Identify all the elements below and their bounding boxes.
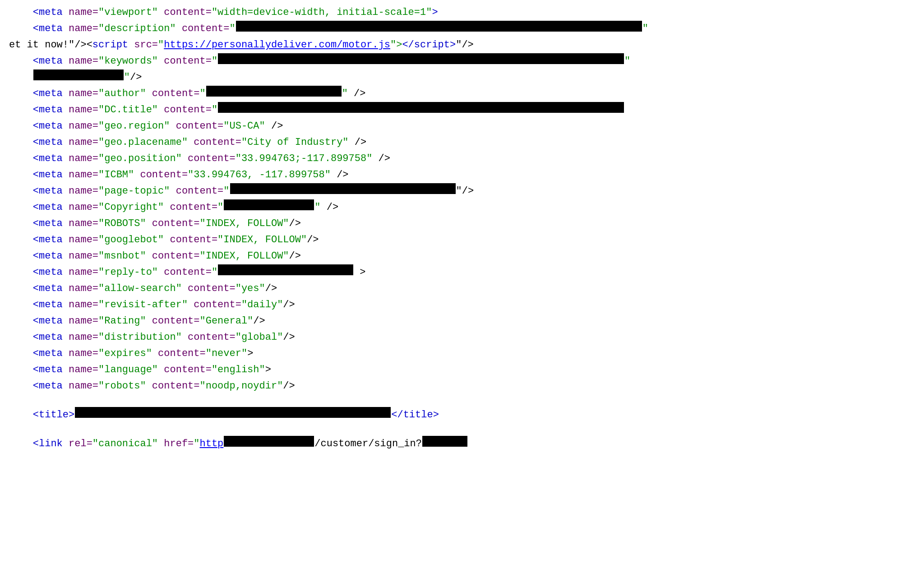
attr-name: rel= [63,436,92,452]
tag-name: link [39,436,63,452]
tag-name: meta [39,248,63,264]
tag-bracket: < [33,86,39,102]
attr-name: name= [63,21,98,37]
attr-name: content= [158,362,212,378]
tag-name: meta [39,5,63,20]
indent [9,86,33,102]
attr-value: "yes" [236,281,265,296]
attr-name: content= [146,378,200,394]
attr-name: content= [158,53,212,69]
attr-value: "revisit-after" [98,297,188,313]
code-text: "/> [456,183,474,199]
tag-name: meta [39,86,63,102]
attr-name: content= [170,118,223,134]
attr-value: "canonical" [92,436,158,452]
tag-bracket: < [33,281,39,296]
attr-value: "description" [98,21,176,37]
code-line: <meta name="Copyright" content=" " /> [9,199,915,216]
tag-name: title [39,407,69,423]
indent [9,21,33,37]
attr-name: href= [158,436,194,452]
attr-value: "geo.placename" [98,134,188,150]
attr-name: name= [63,53,98,69]
tag-bracket: < [33,53,39,69]
link-text[interactable]: https://personallydeliver.com/motor.js [164,37,390,53]
tag-name: meta [39,264,63,280]
attr-value: "Rating" [98,313,146,329]
attr-value: " [212,264,217,280]
attr-name: content= [158,102,212,118]
redacted-content [218,102,624,113]
redacted-content [206,86,342,97]
attr-value: "global" [236,329,283,345]
tag-name: meta [39,134,63,150]
indent [9,313,33,329]
attr-name: content= [170,183,223,199]
code-text: "/> [456,37,474,53]
attr-value: " [158,37,164,53]
attr-name: name= [63,297,98,313]
code-line: <meta name="DC.title" content=" [9,102,915,118]
code-line: <meta name="author" content=" " /> [9,86,915,102]
code-text: > [354,264,365,280]
tag-bracket: < [33,151,39,166]
indent [9,102,33,118]
indent [9,134,33,150]
attr-value: "author" [98,86,146,102]
indent [9,297,33,313]
attr-value: "width=device-width, initial-scale=1" [212,5,432,20]
attr-value: "viewport" [98,5,158,20]
code-line: <meta name="language" content="english"> [9,362,915,378]
code-text: /customer/sign_in? [314,436,422,452]
attr-name: content= [158,264,212,280]
redacted-content [422,436,467,447]
code-text: > [247,346,253,361]
attr-value: " [212,102,217,118]
attr-value: "33.994763, -117.899758" [188,167,331,183]
tag-bracket: </ [391,407,403,423]
indent [9,232,33,248]
attr-name: name= [63,232,98,248]
code-line: <meta name="geo.placename" content="City… [9,134,915,151]
code-line: <meta name="ICBM" content="33.994763, -1… [9,167,915,183]
tag-bracket: < [33,378,39,394]
attr-name: name= [63,151,98,166]
redacted-content [33,69,124,80]
tag-bracket: > [450,37,456,53]
indent [9,118,33,134]
attr-value: "INDEX, FOLLOW" [200,216,289,231]
attr-name: content= [146,313,200,329]
attr-value: " [342,86,348,102]
tag-name: title [403,407,433,423]
attr-name: content= [164,232,217,248]
code-text: /> [283,378,295,394]
attr-name: name= [63,102,98,118]
tag-name: meta [39,346,63,361]
empty-line [9,423,915,436]
code-line: <meta name="revisit-after" content="dail… [9,297,915,313]
code-line: <title> </title> [9,407,915,423]
tag-bracket: < [33,216,39,231]
code-text: /> [349,134,367,150]
tag-name: meta [39,167,63,183]
attr-value: "reply-to" [98,264,158,280]
attr-value: "33.994763;-117.899758" [236,151,373,166]
code-text: /> [283,329,295,345]
attr-value: "ROBOTS" [98,216,146,231]
link-text[interactable]: http [200,436,224,452]
tag-bracket: < [33,167,39,183]
tag-name: script [92,37,128,53]
attr-name: src= [128,37,158,53]
tag-bracket: < [33,436,39,452]
code-line: et it now!"/><script src="https://person… [9,37,915,53]
attr-name: name= [63,118,98,134]
code-line: <meta name="reply-to" content=" > [9,264,915,281]
redacted-content [218,264,353,275]
tag-bracket: < [33,5,39,20]
attr-name: name= [63,281,98,296]
indent [9,151,33,166]
code-text: /> [348,86,366,102]
attr-value: "page-topic" [98,183,170,199]
attr-value: "Copyright" [98,199,164,215]
tag-name: meta [39,313,63,329]
